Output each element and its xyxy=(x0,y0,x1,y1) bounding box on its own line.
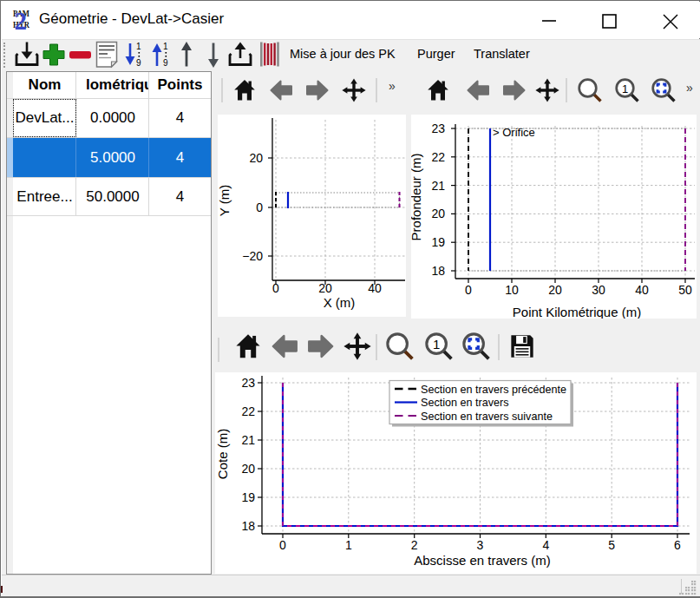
svg-text:10: 10 xyxy=(505,283,519,297)
svg-text:> Orifice: > Orifice xyxy=(493,126,535,139)
svg-text:18: 18 xyxy=(241,519,255,533)
svg-text:2: 2 xyxy=(15,9,28,31)
svg-text:Section en travers: Section en travers xyxy=(421,397,509,409)
svg-text:20: 20 xyxy=(249,151,263,165)
svg-text:0: 0 xyxy=(279,538,286,552)
svg-text:9: 9 xyxy=(136,58,141,68)
svg-text:0: 0 xyxy=(465,283,472,297)
svg-text:20: 20 xyxy=(241,462,255,476)
svg-text:40: 40 xyxy=(635,283,649,297)
svg-text:19: 19 xyxy=(241,490,255,504)
svg-text:20: 20 xyxy=(548,283,562,297)
svg-text:Section en travers précédente: Section en travers précédente xyxy=(421,384,566,396)
svg-text:22: 22 xyxy=(431,150,445,164)
svg-text:1: 1 xyxy=(345,538,352,552)
svg-text:22: 22 xyxy=(241,404,255,418)
svg-text:23: 23 xyxy=(241,376,255,390)
svg-text:Section en travers suivante: Section en travers suivante xyxy=(421,411,553,423)
svg-text:Point Kilométrique (m): Point Kilométrique (m) xyxy=(513,305,641,319)
svg-text:20: 20 xyxy=(431,207,445,220)
svg-text:1: 1 xyxy=(136,42,141,51)
svg-text:50: 50 xyxy=(678,283,692,297)
svg-text:3: 3 xyxy=(477,538,484,552)
svg-text:23: 23 xyxy=(431,122,445,135)
svg-text:5: 5 xyxy=(608,538,615,552)
svg-text:4: 4 xyxy=(542,538,549,552)
svg-text:18: 18 xyxy=(431,264,445,278)
svg-text:2: 2 xyxy=(411,538,418,552)
svg-text:21: 21 xyxy=(241,433,255,447)
svg-text:0: 0 xyxy=(272,281,279,295)
svg-text:Abscisse en travers (m): Abscisse en travers (m) xyxy=(414,553,551,568)
svg-text:−20: −20 xyxy=(242,249,263,263)
svg-text:»: » xyxy=(686,81,693,95)
svg-text:20: 20 xyxy=(318,281,332,295)
svg-text:1: 1 xyxy=(163,42,168,51)
svg-text:Y (m): Y (m) xyxy=(218,185,232,216)
svg-text:19: 19 xyxy=(431,235,445,249)
svg-text:30: 30 xyxy=(592,283,605,297)
svg-text:40: 40 xyxy=(368,281,382,295)
svg-text:Profondeur (m): Profondeur (m) xyxy=(411,154,423,241)
svg-text:6: 6 xyxy=(674,538,681,552)
svg-text:»: » xyxy=(389,79,396,93)
svg-text:0: 0 xyxy=(256,200,263,214)
svg-text:X (m): X (m) xyxy=(324,295,356,310)
svg-text:21: 21 xyxy=(431,179,445,193)
svg-text:9: 9 xyxy=(163,58,168,68)
svg-text:Cote (m): Cote (m) xyxy=(215,429,230,479)
